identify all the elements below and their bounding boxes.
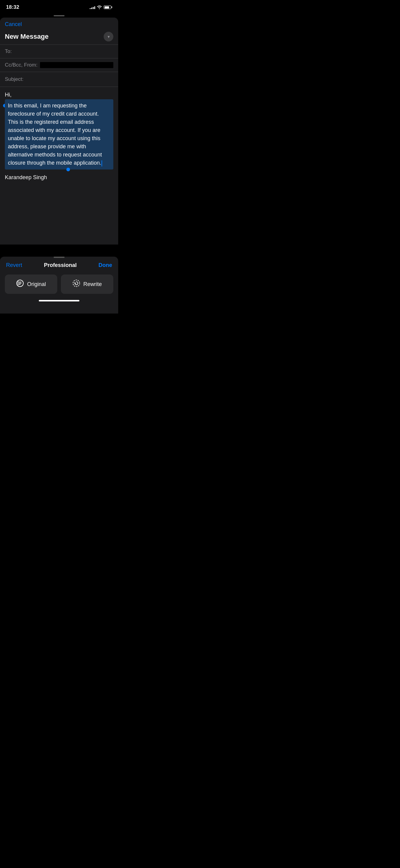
bottom-sheet-toolbar: Revert Professional Done [0, 258, 118, 272]
home-indicator [39, 300, 79, 302]
text-cursor [102, 160, 102, 166]
signal-icon [90, 5, 95, 9]
to-field-row: To: [0, 44, 118, 58]
email-signature: Karandeep Singh [5, 174, 113, 181]
original-label: Original [27, 281, 46, 287]
cancel-button[interactable]: Cancel [5, 21, 22, 27]
wifi-icon [97, 5, 102, 9]
done-button[interactable]: Done [98, 262, 112, 269]
from-email-redacted [40, 62, 113, 68]
rewrite-icon [73, 279, 80, 289]
revert-button[interactable]: Revert [6, 262, 22, 269]
action-buttons: Original Rewrite [0, 272, 118, 297]
svg-point-1 [73, 280, 80, 287]
drag-indicator [54, 15, 64, 17]
original-icon [16, 279, 24, 289]
rewrite-label: Rewrite [83, 281, 102, 287]
compose-title: New Message [5, 33, 49, 40]
bottom-sheet: Revert Professional Done Original [0, 257, 118, 314]
battery-icon [104, 5, 112, 9]
compose-header: Cancel [0, 18, 118, 30]
email-body[interactable]: Hi, In this email, I am requesting the f… [0, 87, 118, 186]
status-time: 18:32 [6, 4, 19, 10]
mode-label: Professional [44, 262, 77, 269]
status-bar: 18:32 [0, 0, 118, 13]
status-icons [90, 5, 112, 9]
email-compose: Cancel New Message ▾ To: Cc/Bcc, From: S… [0, 18, 118, 245]
selected-text-block: In this email, I am requesting the forec… [5, 99, 113, 169]
selection-handle-right [66, 168, 70, 171]
expand-button[interactable]: ▾ [104, 32, 113, 41]
to-input[interactable] [21, 49, 113, 55]
rewrite-button[interactable]: Rewrite [61, 275, 113, 294]
subject-field-row: Subject: [0, 72, 118, 87]
cc-bcc-label: Cc/Bcc, From: [5, 62, 37, 68]
email-body-text: In this email, I am requesting the forec… [8, 102, 102, 166]
subject-label: Subject: [5, 76, 23, 82]
compose-title-row: New Message ▾ [0, 30, 118, 44]
email-greeting: Hi, [5, 92, 113, 98]
to-label: To: [5, 49, 20, 55]
cc-bcc-field-row: Cc/Bcc, From: [0, 58, 118, 72]
original-button[interactable]: Original [5, 275, 57, 294]
chevron-down-icon: ▾ [108, 34, 110, 39]
